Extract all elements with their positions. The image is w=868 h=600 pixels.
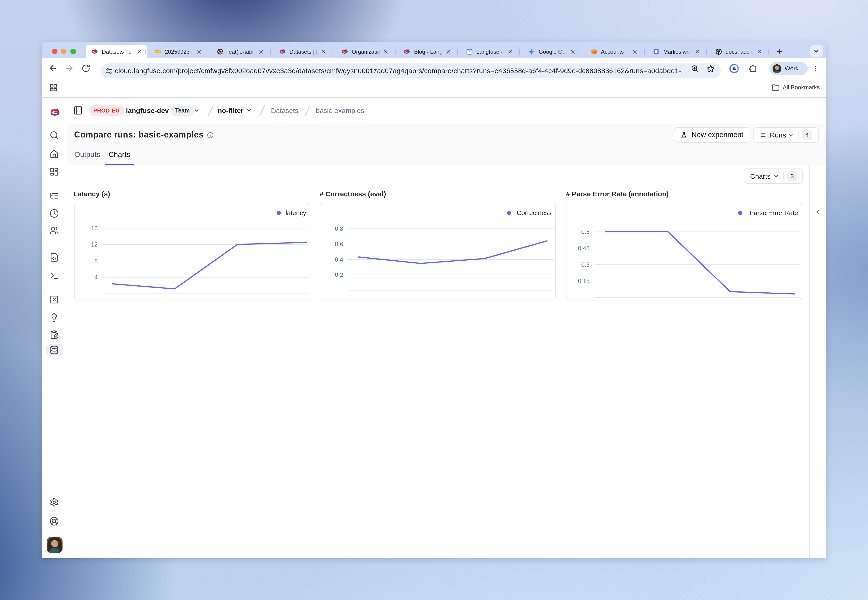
svg-text:12: 12 [91,241,98,248]
svg-text:Parse Error Rate: Parse Error Rate [750,209,798,217]
svg-text:4: 4 [94,274,98,281]
svg-text:0.3: 0.3 [581,261,590,268]
svg-text:Correctness: Correctness [517,209,552,217]
svg-text:16: 16 [91,225,98,232]
svg-text:0.15: 0.15 [578,277,590,285]
svg-text:0.6: 0.6 [581,228,590,235]
svg-text:8: 8 [94,258,98,265]
svg-text:0.2: 0.2 [335,271,343,278]
svg-text:0.4: 0.4 [335,256,343,263]
svg-text:6: 6 [468,50,470,54]
svg-text:0.45: 0.45 [578,245,590,252]
svg-text:0.8: 0.8 [335,225,343,232]
svg-text:0.6: 0.6 [335,241,343,247]
svg-text:latency: latency [285,209,306,217]
